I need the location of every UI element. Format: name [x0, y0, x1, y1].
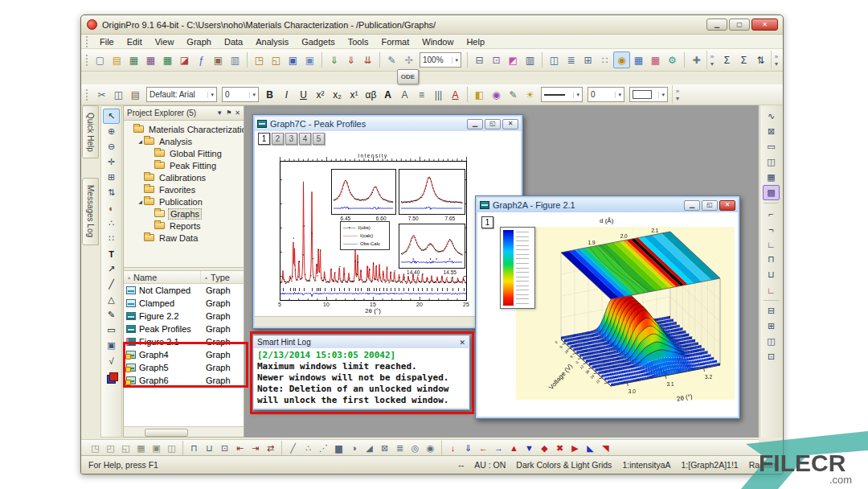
layer-button-4[interactable]: 4 — [299, 133, 311, 145]
video-icon[interactable]: ▥ — [522, 51, 538, 68]
project-explorer-header[interactable]: Project Explorer (5) ▼⚑✕ — [124, 106, 244, 121]
close-button[interactable]: ✕ — [719, 200, 735, 211]
new-notes-icon[interactable]: ▥ — [227, 51, 244, 68]
column-header-type[interactable]: ▴Type — [201, 271, 230, 283]
snap-tools-icon[interactable]: ✣ — [400, 51, 417, 68]
cut-icon[interactable]: ✂ — [93, 86, 110, 103]
new-function-icon[interactable]: ƒ — [193, 51, 210, 68]
new-workbook-icon[interactable]: ▦ — [125, 51, 142, 68]
new-layout-icon[interactable]: ▣ — [210, 51, 227, 68]
line-style-select[interactable]: ▾ — [541, 87, 583, 102]
brightness-button[interactable]: ☀ — [522, 86, 538, 103]
subscript-button[interactable]: x₂ — [329, 86, 346, 103]
pan-panel-icon[interactable]: ⊔ — [202, 441, 217, 455]
zoom-select[interactable]: 100%▾ — [420, 52, 461, 68]
freehand-tool[interactable]: ✎ — [103, 307, 120, 323]
line-plot-icon[interactable]: ╱ — [285, 441, 301, 455]
text-tool[interactable]: T — [103, 246, 120, 261]
layer-align-icon[interactable]: ⊞ — [763, 318, 780, 334]
pie-chart-icon[interactable]: ◑ — [346, 441, 362, 455]
add-left-y-axis-icon[interactable]: ⌐ — [763, 206, 780, 221]
arrow-tool[interactable]: ↗ — [103, 261, 120, 277]
statistics-plot-icon[interactable]: ≣ — [392, 441, 407, 455]
rescale-icon[interactable]: ⊠ — [763, 124, 780, 139]
color-palette-icon[interactable]: ◩ — [505, 51, 522, 68]
minimize-button[interactable]: ▁ — [467, 119, 483, 129]
new-excel-icon[interactable]: ▦ — [159, 51, 176, 68]
column-plot-icon[interactable]: ▆ — [331, 441, 346, 455]
line-color-button[interactable]: ✎ — [505, 86, 522, 103]
close-button[interactable]: ✕ — [751, 18, 778, 31]
maximize-button[interactable]: ▢ — [729, 18, 750, 31]
fit-multi-peak-icon[interactable]: ▲ — [506, 441, 522, 455]
table-row-peak-profiles[interactable]: Peak ProfilesGraph — [124, 323, 244, 335]
integrate-icon[interactable]: ▶ — [567, 441, 583, 455]
menu-format[interactable]: Format — [375, 35, 416, 48]
import-multiple-ascii-icon[interactable]: ⇊ — [359, 51, 376, 68]
screen-reader-icon[interactable]: ⊡ — [488, 51, 505, 68]
worksheet-query-icon[interactable]: ▦ — [630, 51, 647, 68]
layer-button-5[interactable]: 5 — [313, 133, 325, 145]
zoom-in-tool[interactable]: ⊕ — [103, 124, 120, 139]
pin-icon[interactable]: ⚑ — [226, 109, 231, 117]
columns-button[interactable]: ||| — [430, 86, 447, 103]
smart-hint-log-window[interactable]: Smart Hint Log ✕ [2/13/2014 15:03:05 200… — [252, 335, 470, 410]
layer-button-3[interactable]: 3 — [285, 133, 297, 145]
app-center-icon[interactable]: ⚙ — [664, 51, 681, 68]
tree-item-raw-data[interactable]: Raw Data — [124, 232, 244, 244]
ode-button[interactable]: ODE — [397, 69, 419, 84]
layer-swap-icon[interactable]: ◫ — [763, 334, 780, 349]
fit-single-peak-icon[interactable]: → — [491, 441, 506, 455]
region-zoom-icon[interactable]: ⊡ — [217, 441, 232, 455]
smart-hint-log-titlebar[interactable]: Smart Hint Log ✕ — [254, 336, 469, 348]
menu-gadgets[interactable]: Gadgets — [295, 35, 342, 48]
tree-item-analysis[interactable]: ◢Analysis — [124, 135, 244, 147]
italic-button[interactable]: I — [278, 86, 295, 103]
merge-layers-icon[interactable]: ▦ — [763, 170, 780, 185]
area-plot-icon[interactable]: ◢ — [362, 441, 377, 455]
toolbar-overflow-button[interactable]: »▾ — [771, 51, 781, 69]
new-project-icon[interactable]: ▢ — [92, 51, 108, 68]
tab-quick-help[interactable]: Quick Help — [82, 105, 99, 158]
table-row-graph5[interactable]: Graph5Graph — [124, 361, 244, 374]
graph2a-content[interactable]: 1 d (Å) Voltage (V) 2θ (°) 3.03.13.21224… — [477, 212, 738, 417]
new-layer-red-icon[interactable]: ∟ — [763, 282, 780, 298]
zoom-panel-icon[interactable]: ⊓ — [186, 441, 202, 455]
add-bottom-x-axis-icon[interactable]: ⊓ — [763, 252, 780, 267]
mask-plot-icon[interactable]: ◱ — [118, 441, 133, 455]
new-layer-icon[interactable]: ⊔ — [763, 267, 780, 282]
save-template-icon[interactable]: ▣ — [301, 51, 318, 68]
template-library-icon[interactable]: ⊠ — [377, 441, 392, 455]
table-row-figure-2-1[interactable]: Figure 2.1Graph — [124, 335, 244, 348]
close-button[interactable]: ✕ — [502, 119, 518, 129]
line-width-select[interactable]: 0▾ — [588, 87, 624, 102]
insert-equation-tool[interactable]: √ — [103, 353, 120, 368]
tree-item-global-fitting[interactable]: Global Fitting — [124, 147, 244, 159]
date-table-icon[interactable]: ▦ — [647, 51, 664, 68]
restore-button[interactable]: ◱ — [485, 119, 501, 129]
tree-caret-icon[interactable]: ◢ — [137, 199, 144, 204]
log-scale-icon[interactable]: ▭ — [763, 139, 780, 154]
duplicate-window-icon[interactable]: ◫ — [546, 51, 563, 68]
disable-mask-icon[interactable]: ◫ — [164, 441, 179, 455]
color-swatch-select[interactable]: ▾ — [629, 87, 668, 102]
layer-button-1[interactable]: 1 — [258, 133, 270, 145]
copy-icon[interactable]: ◫ — [110, 86, 127, 103]
superscript-button[interactable]: x² — [312, 86, 329, 103]
add-object-icon[interactable]: ✚ — [688, 51, 705, 68]
sum-icon[interactable]: Σ — [719, 51, 735, 68]
open-template-icon[interactable]: ◱ — [268, 51, 285, 68]
insert-graph-tool[interactable]: ▣ — [103, 338, 120, 353]
menu-view[interactable]: View — [149, 35, 181, 48]
font-select[interactable]: Default: Arial▾ — [146, 87, 217, 102]
draw-data-tool[interactable]: ∴ — [103, 216, 120, 231]
add-right-y-axis-icon[interactable]: ¬ — [763, 221, 780, 236]
supersubscript-button[interactable]: x¹ — [346, 86, 362, 103]
font-color-button[interactable]: A — [447, 86, 464, 103]
zoom-out-tool[interactable]: ⊖ — [103, 139, 120, 154]
greek-button[interactable]: αβ — [362, 86, 379, 103]
mask-range-icon[interactable]: ◳ — [88, 441, 103, 455]
add-top-x-axis-icon[interactable]: ∟ — [763, 236, 780, 252]
layer-button-1[interactable]: 1 — [481, 216, 493, 228]
menu-help[interactable]: Help — [460, 35, 491, 48]
